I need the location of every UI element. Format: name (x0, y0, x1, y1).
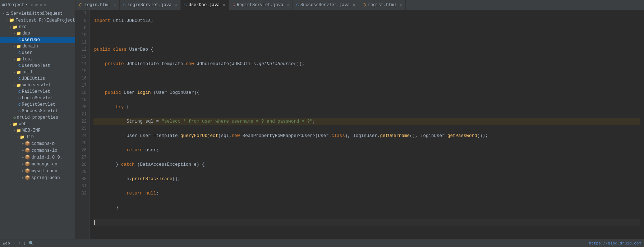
tab-success-servlet[interactable]: C SuccessServlet.java ✕ (293, 0, 359, 10)
sidebar-item-label: src (19, 24, 27, 29)
tab-close-icon[interactable]: ✕ (114, 3, 116, 7)
sidebar-item-label: lib (26, 134, 34, 139)
sidebar-item-webinf[interactable]: ▾ 📁 WEB-INF (0, 127, 75, 134)
sidebar-item-label: User (22, 50, 32, 55)
code-line-20: } (93, 204, 640, 211)
jar-icon: 📦 (25, 161, 30, 167)
sidebar-item-domain[interactable]: ▾ 📁 domain (0, 43, 75, 50)
sidebar-item-spring[interactable]: ▶ 📦 spring-bean (0, 174, 75, 181)
sidebar-item-jdbcutils[interactable]: C JDBCUtils (0, 76, 75, 82)
code-container[interactable]: 7 8 9 10 11 12 13 14 15 16 17 18 19 20 2… (75, 10, 644, 239)
java-c-icon: C (18, 96, 21, 100)
html-icon: ⬡ (79, 3, 83, 7)
chevron-down-icon: ▾ (26, 3, 28, 7)
tab-close-icon[interactable]: ✕ (400, 3, 402, 7)
sidebar-item-druid[interactable]: ▶ 📦 druid-1.0.9. (0, 154, 75, 161)
sidebar-item-src[interactable]: ▾ 📁 src (0, 24, 75, 30)
sidebar-item-testtest[interactable]: ▾ 📁 Testtest F:\IdeaProjects\T (0, 17, 75, 24)
sidebar-item-test[interactable]: ▾ 📁 test (0, 56, 75, 63)
sidebar-item-failservlet[interactable]: C FailServlet (0, 88, 75, 95)
sidebar-item-userdaotest[interactable]: C UserDaoTest (0, 63, 75, 69)
sidebar-item-commons-b[interactable]: ▶ 📦 commons-b (0, 140, 75, 147)
expand-arrow: ▾ (13, 70, 15, 74)
bottom-icon-t[interactable]: T (13, 241, 15, 246)
java-r-icon: C (233, 3, 235, 7)
sidebar-item-root[interactable]: ▾ 🗂 Servlet&Http&Request (0, 10, 75, 17)
sidebar-item-mchange[interactable]: ▶ 📦 mchange-co (0, 161, 75, 168)
java-c-icon: C (18, 77, 21, 81)
java-c-icon: C (123, 3, 126, 7)
sidebar-item-lib[interactable]: ▾ 📁 lib (0, 134, 75, 140)
sidebar-item-successservlet[interactable]: C SuccessServlet (0, 108, 75, 114)
folder-icon: 📁 (16, 31, 21, 36)
sidebar-item-userdao[interactable]: C UserDao (0, 37, 75, 43)
sidebar-item-label: test (22, 57, 33, 62)
sidebar-item-druid-properties[interactable]: ⚙ druid.properties (0, 114, 75, 121)
project-label: ⊞ Project ▾ ⊕ ⟳ ⚙ ⇅ (2, 2, 46, 8)
sidebar-item-user[interactable]: C User (0, 50, 75, 56)
bottom-bar: Web T ↑ ↓ 🔍 https://blog.druid.com (0, 239, 644, 247)
sidebar-item-loginservlet[interactable]: C LoginServlet (0, 95, 75, 101)
expand-arrow: ▾ (6, 18, 8, 22)
java-c-icon: C (184, 3, 187, 7)
web-label: Web (3, 241, 10, 246)
tab-label: regist.html (368, 3, 396, 8)
toolbar-icons: ⊕ ⟳ ⚙ ⇅ (31, 3, 46, 7)
tab-bar: ⊞ Project ▾ ⊕ ⟳ ⚙ ⇅ ⬡ login.html ✕ C Log… (0, 0, 644, 10)
bottom-icon-down[interactable]: ↓ (23, 241, 26, 246)
sidebar-item-label: Testtest F:\IdeaProjects\T (15, 18, 75, 23)
java-c-icon: C (18, 51, 21, 55)
tabs-area: ⬡ login.html ✕ C LoginServlet.java ✕ C U… (75, 0, 644, 10)
module-icon: 📁 (9, 18, 14, 23)
code-line-10: private JdbcTemplate template=new JdbcTe… (93, 60, 640, 68)
sidebar-item-label: JDBCUtils (22, 76, 45, 81)
java-c-icon: C (18, 102, 21, 107)
code-content[interactable]: import util.JDBCUtils; public class User… (90, 10, 644, 239)
bottom-icon-search[interactable]: 🔍 (29, 241, 34, 246)
expand-arrow: ▾ (13, 129, 15, 133)
sidebar: ▾ 🗂 Servlet&Http&Request ▾ 📁 Testtest F:… (0, 10, 75, 239)
code-line-12: public User login (User loginUser){ (93, 89, 640, 96)
tab-close-icon[interactable]: ✕ (175, 3, 177, 7)
tab-regist-html[interactable]: ⬡ regist.html ✕ (359, 0, 406, 10)
sidebar-item-label: commons-lo (31, 148, 57, 153)
tab-login-servlet[interactable]: C LoginServlet.java ✕ (120, 0, 181, 10)
code-line-16: return user; (93, 147, 640, 154)
sidebar-item-dao[interactable]: ▾ 📁 dao (0, 30, 75, 37)
java-c-icon: C (18, 64, 21, 68)
expand-arrow: ▾ (13, 32, 15, 36)
tab-close-icon[interactable]: ✕ (353, 3, 355, 7)
expand-arrow: ▶ (22, 142, 24, 146)
tab-label: login.html (84, 3, 110, 8)
expand-arrow: ▾ (10, 25, 12, 29)
expand-arrow: ▾ (13, 45, 15, 49)
sidebar-item-registservlet[interactable]: C RegistServlet (0, 101, 75, 108)
sidebar-item-util[interactable]: ▾ 📁 util (0, 69, 75, 76)
tab-close-icon[interactable]: ✕ (286, 3, 289, 7)
sidebar-item-webservlet[interactable]: ▾ 📁 web.servlet (0, 82, 75, 88)
folder-icon: 📁 (13, 25, 18, 29)
folder-icon: 📁 (16, 128, 21, 133)
line-numbers: 7 8 9 10 11 12 13 14 15 16 17 18 19 20 2… (75, 10, 90, 239)
folder-icon: 📁 (16, 70, 21, 75)
sidebar-item-label: mchange-co (31, 162, 57, 167)
sidebar-item-web[interactable]: ▾ 📁 web (0, 121, 75, 127)
tab-user-dao[interactable]: C UserDao.java ✕ (181, 0, 229, 10)
tab-close-icon[interactable]: ✕ (223, 3, 225, 7)
expand-arrow: ▾ (13, 83, 15, 87)
sidebar-item-mysql[interactable]: ▶ 📦 mysql-conn (0, 168, 75, 174)
code-line-17: } catch (DataAccessException e) { (93, 161, 640, 168)
code-line-11 (93, 75, 640, 82)
sidebar-item-commons-lo[interactable]: ▶ 📦 commons-lo (0, 147, 75, 154)
code-line-19: return null; (93, 190, 640, 197)
tab-regist-servlet[interactable]: C RegistServlet.java ✕ (229, 0, 293, 10)
sidebar-item-label: WEB-INF (22, 128, 40, 133)
folder-icon: 📁 (13, 122, 18, 127)
jar-icon: 📦 (25, 175, 30, 180)
tab-login-html[interactable]: ⬡ login.html ✕ (75, 0, 120, 10)
grid-icon: ⊞ (2, 2, 5, 8)
code-line-13: try { (93, 104, 640, 111)
sidebar-item-label: commons-b (31, 141, 55, 146)
bottom-icon-up[interactable]: ↑ (18, 241, 20, 246)
expand-arrow: ▶ (22, 162, 24, 166)
